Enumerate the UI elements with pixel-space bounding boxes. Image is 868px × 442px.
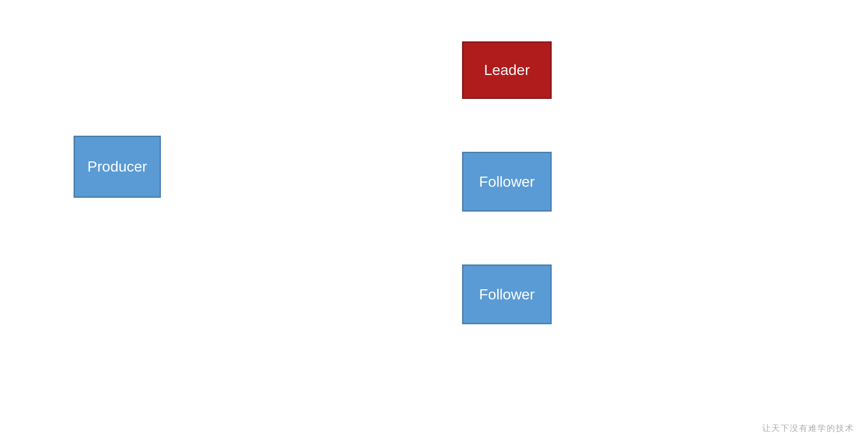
producer-node: Producer [74, 136, 161, 198]
diagram-container: Producer Leader Follower Follower 让天下没有难… [0, 0, 868, 442]
follower2-label: Follower [479, 286, 535, 303]
watermark-text: 让天下没有难学的技术 [762, 424, 854, 433]
leader-node: Leader [462, 41, 552, 99]
follower1-label: Follower [479, 173, 535, 190]
follower2-node: Follower [462, 264, 552, 324]
producer-label: Producer [87, 158, 147, 175]
leader-label: Leader [484, 62, 530, 79]
watermark: 让天下没有难学的技术 [762, 423, 854, 434]
follower1-node: Follower [462, 152, 552, 212]
